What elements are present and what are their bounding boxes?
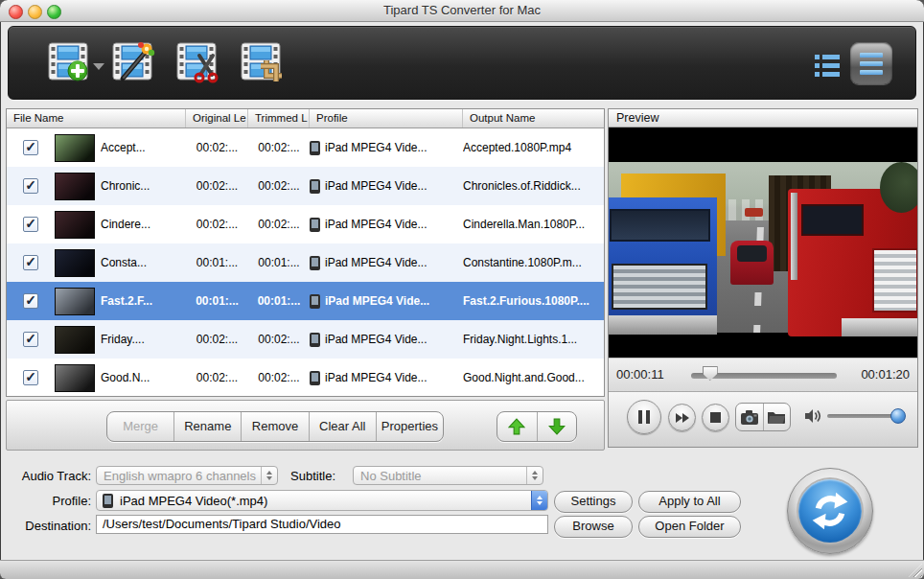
column-header-file-name: File Name <box>7 109 186 127</box>
row-original-length: 00:01:... <box>186 256 248 269</box>
output-settings-panel: Audio Track: English wmapro 6 channels S… <box>0 451 924 561</box>
status-bar <box>0 560 924 579</box>
fast-forward-button[interactable] <box>668 404 696 431</box>
column-header-profile: Profile <box>310 109 463 127</box>
list-action-bar: Merge Rename Remove Clear All Properties <box>6 400 605 451</box>
row-output-name: Fast.2.Furious.1080P.... <box>463 294 604 308</box>
row-checkbox[interactable]: ✓ <box>23 178 38 194</box>
add-video-button[interactable] <box>47 40 89 82</box>
resize-grip[interactable] <box>909 564 922 577</box>
seek-slider-thumb[interactable] <box>703 366 718 381</box>
pause-button[interactable] <box>627 400 661 434</box>
row-profile: iPad MPEG4 Vide... <box>325 218 427 231</box>
stop-icon <box>710 412 721 423</box>
row-checkbox[interactable]: ✓ <box>23 370 38 385</box>
row-output-name: Accepted.1080P.mp4 <box>463 141 604 154</box>
player-controls <box>609 392 917 447</box>
volume-slider-thumb[interactable] <box>890 408 906 424</box>
profile-device-icon <box>310 371 320 385</box>
table-row[interactable]: ✓ Fast.2.F... 00:01:... 00:01:... iPad M… <box>7 282 604 320</box>
destination-label: Destination: <box>0 519 91 533</box>
settings-button[interactable]: Settings <box>554 491 633 513</box>
row-checkbox[interactable]: ✓ <box>23 293 38 309</box>
playback-progress-bar: 00:00:11 00:01:20 <box>609 358 917 392</box>
speaker-icon <box>804 408 823 424</box>
row-profile: iPad MPEG4 Vide... <box>325 371 427 384</box>
table-row[interactable]: ✓ Accept... 00:02:... 00:02:... iPad MPE… <box>7 128 604 167</box>
film-add-icon <box>47 40 89 82</box>
row-file-name: Cindere... <box>101 218 186 231</box>
row-trimmed-length: 00:02:... <box>248 218 310 231</box>
title-bar: Tipard TS Converter for Mac <box>0 0 924 22</box>
trim-button[interactable] <box>175 40 218 82</box>
row-output-name: Cinderella.Man.1080P... <box>463 218 604 231</box>
merge-button[interactable]: Merge <box>107 412 174 441</box>
profile-select[interactable]: iPad MPEG4 Video(*.mp4) <box>96 490 548 511</box>
move-down-button[interactable] <box>538 412 577 441</box>
crop-button[interactable] <box>240 40 282 82</box>
effect-button[interactable] <box>111 40 153 82</box>
browse-button[interactable]: Browse <box>554 516 633 538</box>
list-view-toggle[interactable] <box>812 53 843 78</box>
row-file-name: Consta... <box>101 256 186 269</box>
seek-slider[interactable] <box>691 373 837 379</box>
row-trimmed-length: 00:02:... <box>248 333 310 346</box>
row-original-length: 00:01:... <box>186 294 248 308</box>
preview-title: Preview <box>609 109 917 127</box>
snapshot-button[interactable] <box>736 404 764 430</box>
rename-button[interactable]: Rename <box>174 412 242 441</box>
profile-device-icon <box>310 333 320 347</box>
destination-field[interactable]: /Users/test/Documents/Tipard Studio/Vide… <box>96 515 548 534</box>
row-thumbnail <box>55 134 95 162</box>
row-checkbox[interactable]: ✓ <box>23 332 38 347</box>
add-video-dropdown-caret[interactable] <box>93 63 104 70</box>
row-profile: iPad MPEG4 Vide... <box>325 256 427 269</box>
table-row[interactable]: ✓ Friday.... 00:02:... 00:02:... iPad MP… <box>7 320 604 359</box>
window-title: Tipard TS Converter for Mac <box>0 3 924 17</box>
move-up-button[interactable] <box>497 412 538 441</box>
row-checkbox[interactable]: ✓ <box>23 255 38 270</box>
file-list: File Name Original Le Trimmed L Profile … <box>6 108 605 397</box>
preview-panel: Preview 00:00:11 00:01:20 <box>608 108 918 448</box>
fast-forward-icon <box>676 413 689 423</box>
table-row[interactable]: ✓ Consta... 00:01:... 00:01:... iPad MPE… <box>7 243 604 282</box>
convert-button[interactable] <box>787 468 873 554</box>
reorder-buttons <box>497 411 577 442</box>
remove-button[interactable]: Remove <box>242 412 309 441</box>
volume-button[interactable] <box>804 408 823 428</box>
open-snapshot-folder-button[interactable] <box>764 404 791 430</box>
table-row[interactable]: ✓ Cindere... 00:02:... 00:02:... iPad MP… <box>7 205 604 243</box>
row-original-length: 00:02:... <box>186 333 248 346</box>
film-magic-wand-icon <box>111 40 153 82</box>
apply-to-all-button[interactable]: Apply to All <box>638 491 741 513</box>
table-row[interactable]: ✓ Good.N... 00:02:... 00:02:... iPad MPE… <box>7 359 604 397</box>
open-folder-button[interactable]: Open Folder <box>638 516 741 538</box>
list-view-icon <box>815 55 840 77</box>
profile-device-icon <box>310 256 320 270</box>
stepper-icon <box>531 491 547 510</box>
row-thumbnail <box>55 326 95 354</box>
row-thumbnail <box>55 211 95 239</box>
volume-slider[interactable] <box>827 414 902 418</box>
row-profile: iPad MPEG4 Vide... <box>325 333 427 346</box>
profile-device-icon <box>310 218 320 232</box>
row-checkbox[interactable]: ✓ <box>23 140 38 155</box>
row-trimmed-length: 00:02:... <box>248 179 310 193</box>
properties-button[interactable]: Properties <box>377 412 443 441</box>
stop-button[interactable] <box>702 404 729 431</box>
row-file-name: Fast.2.F... <box>101 294 186 308</box>
row-checkbox[interactable]: ✓ <box>23 217 38 232</box>
arrow-up-icon <box>508 418 525 435</box>
clear-all-button[interactable]: Clear All <box>310 412 377 441</box>
row-profile: iPad MPEG4 Vide... <box>325 141 427 154</box>
row-profile: iPad MPEG4 Vide... <box>325 179 427 193</box>
detail-view-toggle[interactable] <box>850 42 892 84</box>
profile-label: Profile: <box>0 494 91 508</box>
table-row[interactable]: ✓ Chronic... 00:02:... 00:02:... iPad MP… <box>7 167 604 205</box>
subtitle-select[interactable]: No Subtitle <box>353 466 543 485</box>
subtitle-label: Subtitle: <box>240 469 335 483</box>
row-trimmed-length: 00:01:... <box>248 256 310 269</box>
row-original-length: 00:02:... <box>186 141 248 154</box>
row-thumbnail <box>55 249 95 277</box>
row-original-length: 00:02:... <box>186 371 248 384</box>
